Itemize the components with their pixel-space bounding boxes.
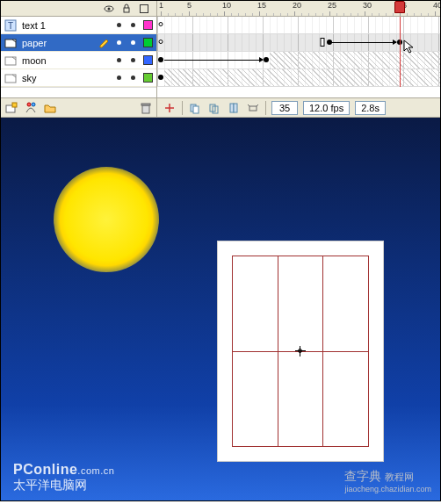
layer-swatch[interactable] (143, 20, 153, 30)
playhead-line (400, 17, 401, 87)
text-layer-icon: T (4, 19, 17, 32)
new-guide-layer-button[interactable] (24, 101, 38, 115)
modify-onion-markers-button[interactable] (246, 101, 260, 115)
layer-swatch[interactable] (143, 38, 153, 47)
svg-rect-2 (124, 8, 129, 12)
onion-skin-button[interactable] (188, 101, 202, 115)
timeline-panel: T text 1 paper moon (1, 1, 440, 118)
svg-rect-9 (12, 103, 17, 107)
fps-field[interactable]: 12.0 fps (303, 101, 350, 115)
layer-icon (4, 54, 17, 67)
timeline-column: 1510152025303540 (157, 1, 440, 117)
timeline-row-paper[interactable] (157, 34, 440, 52)
keyframe-icon[interactable] (327, 40, 332, 45)
onion-skin-outlines-button[interactable] (207, 101, 221, 115)
watermark-cn: 太平洋电脑网 (13, 478, 87, 493)
eye-icon[interactable] (104, 4, 114, 14)
lock-dot[interactable] (127, 58, 138, 62)
watermark-pconline: PConline.com.cn (13, 462, 114, 478)
layer-name: sky (20, 73, 110, 83)
timeline-toolbar: 35 12.0 fps 2.8s (157, 97, 440, 117)
visibility-dot[interactable] (113, 40, 124, 45)
layer-name: text 1 (20, 20, 110, 31)
new-folder-button[interactable] (43, 101, 57, 115)
app-window: T text 1 paper moon (0, 0, 441, 501)
lock-dot[interactable] (127, 76, 138, 80)
layer-row-moon[interactable]: moon (1, 52, 156, 69)
svg-rect-20 (249, 106, 257, 111)
layer-row-sky[interactable]: sky (1, 69, 156, 87)
layer-name: paper (20, 38, 96, 48)
layer-row-text1[interactable]: T text 1 (1, 17, 156, 34)
keyframe-empty-icon[interactable] (159, 40, 163, 44)
edit-multiple-frames-button[interactable] (227, 101, 241, 115)
visibility-dot[interactable] (113, 23, 124, 27)
lock-icon[interactable] (121, 4, 132, 14)
timeline-row-sky[interactable] (157, 69, 440, 87)
tween-arrow-icon (331, 42, 396, 43)
timeline-filler (157, 87, 440, 97)
svg-rect-19 (234, 104, 237, 112)
layer-name: moon (20, 55, 110, 66)
layer-swatch[interactable] (143, 55, 153, 65)
keyframe-icon[interactable] (158, 75, 163, 80)
hatch-region (270, 52, 440, 68)
timeline-row-moon[interactable] (157, 52, 440, 69)
layers-filler (1, 87, 156, 97)
keyframe-icon[interactable] (264, 57, 269, 62)
svg-rect-12 (142, 105, 149, 113)
center-frame-button[interactable] (163, 101, 177, 115)
svg-rect-18 (230, 104, 234, 112)
visibility-dot[interactable] (113, 76, 124, 80)
registration-point-icon (295, 346, 306, 356)
tween-arrow-icon (164, 60, 263, 61)
pencil-icon (99, 38, 110, 48)
lock-dot[interactable] (127, 40, 138, 45)
timeline-ruler[interactable]: 1510152025303540 (157, 1, 440, 17)
playhead[interactable] (394, 1, 405, 13)
layer-row-paper[interactable]: paper (1, 34, 156, 52)
layers-header (1, 1, 156, 17)
visibility-dot[interactable] (113, 58, 124, 62)
svg-text:T: T (8, 21, 13, 31)
svg-point-1 (108, 7, 111, 10)
moon-symbol[interactable] (54, 167, 159, 272)
outline-icon[interactable] (139, 4, 149, 14)
svg-rect-13 (141, 104, 150, 105)
layer-icon (4, 72, 17, 84)
layer-icon (4, 37, 17, 49)
keyframe-empty-icon[interactable] (159, 22, 163, 26)
elapsed-time-field: 2.8s (355, 101, 386, 115)
stage[interactable]: PConline.com.cn 太平洋电脑网 查字典 教程网 jiaocheng… (1, 118, 440, 500)
timeline-rows (157, 17, 440, 87)
svg-point-10 (27, 103, 31, 106)
hatch-region (164, 69, 440, 86)
keyframe-icon[interactable] (158, 57, 163, 62)
timeline-row-text1[interactable] (157, 17, 440, 34)
svg-point-11 (32, 103, 35, 106)
layers-column: T text 1 paper moon (1, 1, 157, 117)
delete-layer-button[interactable] (139, 101, 153, 115)
new-layer-button[interactable] (4, 101, 18, 115)
watermark-chazidian: 查字典 教程网 jiaocheng.chazidian.com (344, 469, 431, 493)
layers-toolbar (1, 97, 156, 117)
current-frame-field[interactable]: 35 (271, 101, 298, 115)
layer-swatch[interactable] (143, 73, 153, 83)
svg-rect-15 (193, 106, 199, 113)
keyframe-start-icon[interactable] (321, 38, 325, 47)
cursor-icon (403, 40, 417, 54)
lock-dot[interactable] (127, 23, 138, 27)
